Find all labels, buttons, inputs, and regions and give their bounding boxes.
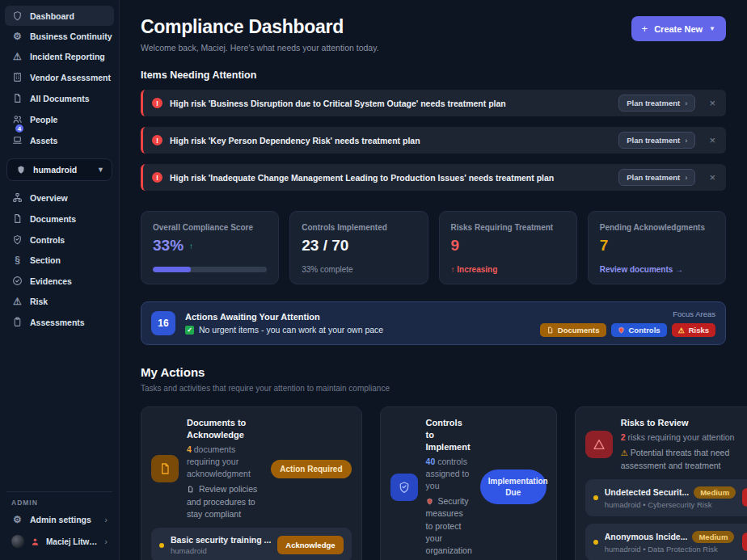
close-icon[interactable]: × [709, 98, 715, 108]
shield-icon [618, 326, 625, 334]
person-icon [31, 537, 40, 546]
review-documents-link[interactable]: Review documents → [600, 265, 714, 274]
warning-triangle-icon: ⚠ [621, 448, 628, 457]
stat-label: Controls Implemented [302, 223, 416, 232]
sidebar-item-label: Section [30, 255, 61, 265]
card-title: Controls to Implement [426, 417, 472, 453]
risk-item[interactable]: Undetected Securit... Medium humadroid •… [585, 479, 747, 516]
sidebar-item-risk[interactable]: ⚠ Risk [5, 292, 114, 311]
building-icon [11, 72, 23, 82]
stat-value: 23 / 70 [302, 237, 348, 255]
stat-label: Pending Acknowledgments [600, 223, 714, 232]
card-title: Documents to Acknowledge [187, 417, 263, 441]
sidebar-item-label: Dashboard [30, 11, 74, 21]
sidebar-item-dashboard[interactable]: Dashboard [5, 6, 114, 26]
sidebar-item-people[interactable]: People 4 [5, 109, 114, 129]
card-meta-text: Review policies and procedures to stay c… [187, 484, 257, 518]
item-title: Anonymous Incide... [605, 532, 688, 541]
card-count-text: risks requiring your attention [628, 432, 735, 442]
exclamation-circle-icon: ! [152, 172, 162, 183]
actions-banner: 16 Actions Awaiting Your Attention ✓ No … [141, 301, 726, 345]
page-title: Compliance Dashboard [141, 16, 379, 38]
card-count: 2 [621, 432, 626, 442]
stat-note: 33% complete [302, 265, 416, 274]
sidebar-item-label: Documents [30, 214, 76, 224]
chevron-right-icon: › [685, 173, 687, 182]
attention-heading: Items Needing Attention [141, 69, 726, 81]
severity-badge: Medium [692, 531, 734, 543]
document-item[interactable]: Basic security training ... humadroid Ac… [151, 528, 352, 560]
review-button[interactable]: Review [742, 488, 747, 507]
stat-card-controls-implemented: Controls Implemented 23 / 70 33% complet… [289, 211, 428, 284]
item-org: humadroid • Data Protection Risk [605, 545, 736, 554]
status-dot-icon [593, 495, 598, 500]
close-icon[interactable]: × [709, 172, 715, 183]
item-title: Undetected Securit... [605, 487, 689, 497]
sidebar-item-label: Overview [30, 193, 68, 203]
stat-value: 7 [600, 237, 609, 255]
alert-row: ! High risk 'Key Person Dependency Risk'… [141, 127, 726, 154]
sidebar-item-label: Admin settings [30, 515, 91, 524]
risk-item[interactable]: Anonymous Incide... Medium humadroid • D… [585, 524, 747, 560]
shield-check-icon [11, 234, 23, 245]
app-window: Dashboard ⚙ Business Continuity ⚠ Incide… [0, 0, 747, 560]
card-title: Risks to Review [621, 417, 747, 429]
document-icon [547, 326, 554, 334]
stat-label: Risks Requiring Treatment [451, 223, 565, 232]
org-selector[interactable]: humadroid ▼ [6, 158, 112, 181]
plan-treatment-button[interactable]: Plan treatment › [618, 169, 695, 186]
sidebar-item-evidences[interactable]: Evidences [5, 271, 114, 291]
sidebar-item-section[interactable]: § Section [5, 251, 114, 270]
sidebar-item-overview[interactable]: Overview [5, 187, 114, 208]
acknowledge-button[interactable]: Acknowledge [277, 536, 343, 554]
card-count: 4 [187, 444, 192, 454]
focus-badge-label: Controls [629, 326, 660, 335]
sidebar-item-label: Vendor Assessment [30, 73, 111, 82]
admin-section-label: ADMIN [5, 492, 114, 510]
warning-triangle-icon: ⚠ [678, 326, 685, 335]
shield-icon [11, 11, 23, 21]
sidebar-item-incident-reporting[interactable]: ⚠ Incident Reporting [5, 47, 114, 66]
plan-treatment-button[interactable]: Plan treatment › [618, 95, 695, 112]
sidebar-item-admin-settings[interactable]: ⚙ Admin settings › [5, 510, 114, 529]
sidebar-item-all-documents[interactable]: All Documents [5, 88, 114, 108]
sidebar-item-vendor-assessment[interactable]: Vendor Assessment [5, 67, 114, 87]
avatar [11, 535, 24, 548]
chevron-down-icon: ▼ [709, 25, 715, 32]
stat-value: 9 [451, 237, 460, 255]
sidebar-item-business-continuity[interactable]: ⚙ Business Continuity [5, 27, 114, 46]
severity-badge: Medium [694, 486, 736, 499]
review-button[interactable]: Review [742, 533, 747, 551]
focus-badge-risks[interactable]: ⚠ Risks [672, 323, 715, 337]
sidebar-item-label: Controls [30, 235, 65, 245]
focus-areas-label: Focus Areas [540, 309, 715, 318]
sidebar-item-assessments[interactable]: Assessments [5, 312, 114, 332]
alert-text: High risk 'Key Person Dependency Risk' n… [170, 136, 611, 145]
sidebar-item-label: Assessments [30, 318, 85, 327]
create-new-button[interactable]: + Create New ▼ [631, 16, 726, 41]
my-actions-subtitle: Tasks and activities that require your a… [141, 384, 726, 393]
alert-text: High risk 'Business Disruption due to Cr… [170, 99, 611, 108]
trend-up-icon: ↑ [189, 242, 193, 251]
item-title: Basic security training ... [171, 535, 271, 545]
focus-badge-documents[interactable]: Documents [540, 323, 606, 337]
card-count: 40 [426, 457, 436, 466]
create-new-label: Create New [654, 24, 703, 34]
sidebar-user-menu[interactable]: Maciej Litwiniuk › [5, 530, 114, 553]
exclamation-circle-icon: ! [152, 135, 162, 145]
focus-badge-label: Risks [689, 326, 709, 335]
plan-treatment-button[interactable]: Plan treatment › [618, 132, 695, 149]
controls-to-implement-card: Controls to Implement 40 controls assign… [380, 406, 557, 560]
exclamation-circle-icon: ! [152, 98, 162, 108]
sidebar-item-documents[interactable]: Documents [5, 208, 114, 229]
compliance-progress-fill [153, 267, 191, 272]
close-icon[interactable]: × [709, 135, 715, 145]
people-count-badge: 4 [14, 123, 25, 134]
focus-badge-controls[interactable]: Controls [611, 323, 667, 337]
stat-value: 33% [153, 237, 184, 255]
implementation-due-badge: Implementation Due [480, 469, 547, 504]
risks-to-review-card: Risks to Review 2 risks requiring your a… [575, 406, 747, 560]
sidebar-item-controls[interactable]: Controls [5, 229, 114, 250]
actions-count-badge: 16 [151, 311, 175, 335]
shield-check-icon [390, 474, 418, 501]
